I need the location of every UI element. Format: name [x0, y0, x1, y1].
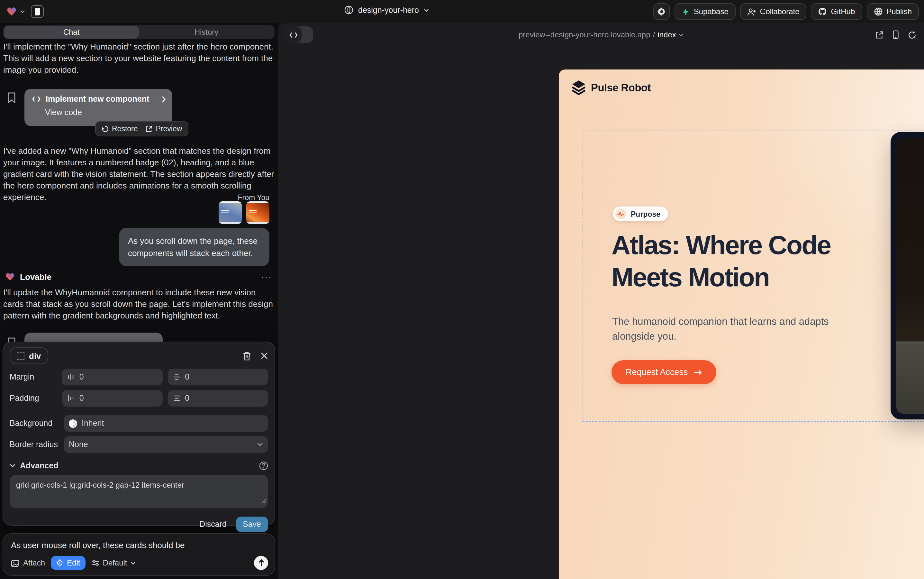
gear-icon: [657, 7, 666, 16]
element-outline-icon: [17, 352, 24, 360]
lovable-logo-icon[interactable]: [7, 7, 17, 17]
chat-history-tabs: Chat History: [3, 25, 274, 39]
hero-headline: Atlas: Where Code Meets Motion: [612, 229, 895, 293]
site-brand-name: Pulse Robot: [591, 82, 651, 93]
code-icon: [32, 96, 41, 102]
request-access-button[interactable]: Request Access: [612, 360, 716, 384]
chevron-down-icon: [679, 33, 684, 36]
top-bar: design-your-hero Supabase: [0, 0, 924, 23]
arrow-up-icon: [258, 559, 264, 567]
sidebar-toggle-icon[interactable]: [31, 5, 44, 18]
collaborate-label: Collaborate: [760, 7, 800, 16]
project-name: design-your-hero: [358, 5, 419, 15]
attach-label: Attach: [23, 558, 45, 568]
assistant-message: I've added a new "Why Humanoid" section …: [3, 146, 274, 203]
element-tag: div: [29, 351, 41, 361]
purpose-badge: Purpose: [613, 206, 668, 221]
pulse-robot-logo-icon: [571, 80, 586, 95]
attachment-thumbnail-orange[interactable]: [246, 201, 269, 224]
message-menu-icon[interactable]: ···: [261, 272, 272, 282]
border-radius-select[interactable]: None: [64, 436, 268, 453]
background-label: Background: [10, 419, 64, 428]
chat-composer[interactable]: As user mouse roll over, these cards sho…: [3, 533, 275, 576]
github-label: GitHub: [831, 7, 855, 16]
site-navbar: Pulse Robot Home About Contact: [559, 69, 924, 106]
model-selector[interactable]: Default: [91, 558, 135, 568]
publish-label: Publish: [886, 7, 912, 16]
tool-card[interactable]: Implement new component View code: [24, 89, 172, 126]
chevron-down-icon: [257, 443, 263, 447]
margin-x-input[interactable]: 0: [62, 369, 163, 385]
margin-x-value: 0: [79, 373, 84, 381]
open-in-new-tab-icon[interactable]: [875, 31, 883, 39]
chevron-down-icon[interactable]: [10, 464, 15, 468]
card-hover-actions: Restore Preview: [95, 121, 188, 136]
resize-handle-icon[interactable]: [261, 499, 266, 504]
view-code-link[interactable]: View code: [24, 103, 172, 117]
attachment-thumbnail-blue[interactable]: [219, 201, 242, 224]
collaborate-button[interactable]: Collaborate: [740, 3, 806, 20]
element-inspector-panel: div Margin 0: [3, 342, 275, 526]
bookmark-icon[interactable]: [7, 92, 16, 103]
cta-label: Request Access: [626, 367, 688, 377]
preview-button[interactable]: Preview: [145, 125, 182, 132]
mode-label: Default: [103, 558, 127, 568]
padding-label: Padding: [10, 394, 62, 403]
external-link-icon: [145, 125, 153, 132]
color-swatch-icon: [69, 419, 77, 427]
send-button[interactable]: [254, 556, 268, 570]
preview-label: Preview: [156, 125, 182, 132]
github-button[interactable]: GitHub: [811, 3, 862, 20]
margin-y-value: 0: [185, 373, 189, 381]
tool-card-title: Implement new component: [46, 95, 149, 103]
attach-button[interactable]: Attach: [11, 558, 45, 568]
padding-y-input[interactable]: 0: [168, 390, 268, 407]
background-input[interactable]: Inherit: [64, 415, 268, 432]
site-canvas: Pulse Robot Home About Contact Purpose A…: [559, 69, 924, 579]
mobile-view-icon[interactable]: [893, 30, 899, 39]
project-switcher[interactable]: design-your-hero: [344, 5, 429, 15]
margin-y-input[interactable]: 0: [168, 369, 268, 385]
refresh-icon[interactable]: [908, 31, 916, 39]
assistant-message: I'll update the WhyHumanoid component to…: [3, 287, 274, 322]
restore-button[interactable]: Restore: [101, 125, 138, 132]
badge-label: Purpose: [631, 210, 660, 218]
close-icon[interactable]: [260, 352, 268, 360]
supabase-button[interactable]: Supabase: [674, 3, 736, 20]
site-brand[interactable]: Pulse Robot: [571, 80, 651, 95]
padding-y-icon: [173, 394, 180, 402]
arrow-right-icon: [694, 369, 702, 375]
padding-x-icon: [67, 394, 75, 402]
advanced-label[interactable]: Advanced: [20, 461, 59, 470]
publish-button[interactable]: Publish: [867, 3, 919, 20]
attach-image-icon: [11, 559, 20, 567]
help-icon[interactable]: [259, 461, 268, 470]
discard-button[interactable]: Discard: [199, 520, 227, 529]
robot-image: [896, 138, 924, 414]
assistant-message: I'll implement the "Why Humanoid" sectio…: [3, 41, 274, 76]
selected-element-chip[interactable]: div: [10, 347, 48, 364]
tab-chat[interactable]: Chat: [4, 26, 139, 39]
restore-label: Restore: [112, 125, 138, 132]
workspace-chevron-icon[interactable]: [20, 10, 25, 13]
github-icon: [818, 7, 827, 16]
supabase-icon: [682, 7, 690, 16]
tailwind-classes-textarea[interactable]: grid grid-cols-1 lg:grid-cols-2 gap-12 i…: [10, 475, 268, 508]
padding-x-input[interactable]: 0: [62, 390, 163, 407]
margin-y-icon: [173, 373, 180, 381]
delete-icon[interactable]: [242, 351, 251, 361]
tab-history[interactable]: History: [139, 26, 274, 39]
sliders-icon: [91, 559, 100, 567]
settings-button[interactable]: [653, 3, 670, 20]
save-button[interactable]: Save: [236, 517, 268, 532]
lovable-heart-icon: [5, 272, 15, 281]
edit-label: Edit: [67, 558, 80, 568]
preview-url-bar[interactable]: preview--design-your-hero.lovable.app / …: [278, 23, 924, 46]
globe-icon: [344, 5, 354, 15]
edit-mode-button[interactable]: Edit: [51, 556, 85, 570]
pulse-icon: [617, 211, 624, 217]
margin-label: Margin: [10, 373, 62, 381]
chevron-down-icon: [423, 8, 429, 12]
restore-icon: [101, 125, 109, 132]
composer-draft-text[interactable]: As user mouse roll over, these cards sho…: [11, 540, 267, 550]
